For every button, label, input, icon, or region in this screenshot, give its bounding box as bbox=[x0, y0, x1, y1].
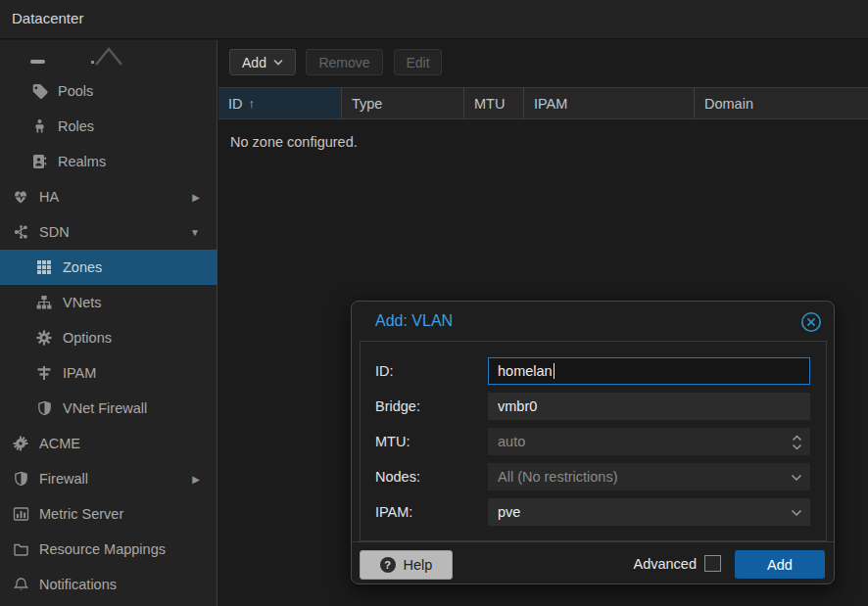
dialog-footer: ? Help Advanced Add bbox=[352, 541, 834, 584]
sidebar-item-label: VNet Firewall bbox=[63, 400, 147, 416]
dropdown-trigger[interactable] bbox=[791, 464, 802, 491]
nodes-select[interactable]: All (No restrictions) bbox=[488, 463, 810, 490]
sidebar-item-label: Metric Server bbox=[39, 506, 123, 522]
advanced-label: Advanced bbox=[634, 556, 698, 572]
chevron-down-icon: ▼ bbox=[190, 227, 200, 238]
add-submit-button[interactable]: Add bbox=[735, 550, 825, 579]
sidebar-item-sdn[interactable]: SDN ▼ bbox=[0, 214, 217, 250]
form-row-id: ID: homelan bbox=[352, 357, 836, 385]
sidebar-item-label: Notifications bbox=[39, 577, 117, 592]
question-icon: ? bbox=[380, 557, 396, 573]
id-input-value: homelan bbox=[498, 363, 553, 379]
column-header-id[interactable]: ID ↑ bbox=[218, 88, 342, 118]
chevron-right-icon: ▶ bbox=[192, 192, 200, 203]
column-header-domain[interactable]: Domain bbox=[695, 88, 868, 118]
bell-icon bbox=[11, 577, 30, 592]
bridge-label: Bridge: bbox=[375, 393, 483, 420]
sidebar-nav: Pools Roles Realms HA ▶ SDN bbox=[0, 40, 217, 606]
sidebar-item-label: Zones bbox=[63, 259, 102, 275]
spinner-buttons[interactable] bbox=[792, 429, 802, 456]
form-row-nodes: Nodes: All (No restrictions) bbox=[352, 463, 836, 490]
sidebar-item-partial[interactable] bbox=[0, 40, 217, 73]
sidebar-item-pools[interactable]: Pools bbox=[0, 73, 217, 109]
sidebar-item-realms[interactable]: Realms bbox=[0, 144, 217, 179]
id-input[interactable]: homelan bbox=[488, 357, 810, 385]
sidebar-item-ipam[interactable]: IPAM bbox=[0, 355, 217, 391]
column-label: MTU bbox=[474, 96, 505, 112]
sidebar-item-roles[interactable]: Roles bbox=[0, 109, 217, 144]
sidebar-item-firewall[interactable]: Firewall ▶ bbox=[0, 461, 217, 496]
shield-icon bbox=[34, 400, 54, 416]
tag-icon bbox=[29, 83, 49, 100]
nodes-label: Nodes: bbox=[375, 463, 483, 490]
chevron-right-icon: ▶ bbox=[192, 474, 200, 485]
sidebar-item-label: IPAM bbox=[63, 365, 96, 381]
shield-icon bbox=[11, 471, 30, 487]
sidebar-item-vnet-firewall[interactable]: VNet Firewall bbox=[0, 391, 217, 426]
edit-button-label: Edit bbox=[406, 55, 429, 70]
add-vlan-dialog: Add: VLAN ID: homelan Bridge: vmbr0 MTU:… bbox=[351, 301, 835, 584]
mtu-placeholder: auto bbox=[498, 434, 525, 449]
sidebar-item-label: Options bbox=[63, 330, 112, 346]
chevron-down-icon bbox=[792, 443, 802, 450]
add-button[interactable]: Add bbox=[229, 49, 296, 75]
add-button-label: Add bbox=[242, 55, 266, 70]
column-header-mtu[interactable]: MTU bbox=[464, 88, 524, 118]
chevron-up-icon bbox=[94, 45, 123, 67]
sidebar-item-resource-mappings[interactable]: Resource Mappings bbox=[0, 532, 217, 567]
column-label: Domain bbox=[704, 96, 753, 112]
sidebar-item-ha[interactable]: HA ▶ bbox=[0, 179, 217, 214]
dialog-title: Add: VLAN bbox=[375, 312, 453, 330]
sidebar-item-label: Firewall bbox=[39, 471, 88, 487]
table-header-row: ID ↑ Type MTU IPAM Domain bbox=[218, 87, 868, 119]
ipam-select[interactable]: pve bbox=[488, 498, 810, 526]
sidebar-item-label: ACME bbox=[39, 436, 80, 451]
sliders-icon bbox=[34, 365, 54, 381]
sidebar-item-vnets[interactable]: VNets bbox=[0, 285, 217, 320]
sitemap-icon bbox=[34, 295, 54, 310]
network-icon bbox=[11, 224, 30, 240]
sidebar-item-label: Resource Mappings bbox=[39, 541, 166, 557]
sidebar-item-label: Roles bbox=[58, 118, 94, 134]
nodes-placeholder: All (No restrictions) bbox=[498, 469, 617, 485]
sidebar-item-label: SDN bbox=[39, 224, 70, 240]
sidebar-item-options[interactable]: Options bbox=[0, 320, 217, 355]
sidebar-item-label: HA bbox=[39, 189, 59, 205]
form-row-ipam: IPAM: pve bbox=[352, 498, 836, 526]
text-cursor bbox=[554, 363, 555, 379]
id-label: ID: bbox=[375, 357, 483, 385]
chevron-down-icon bbox=[273, 59, 283, 66]
remove-button-label: Remove bbox=[318, 55, 369, 70]
sort-asc-icon: ↑ bbox=[249, 96, 256, 111]
sidebar-item-label: Pools bbox=[58, 83, 93, 99]
sidebar-item-notifications[interactable]: Notifications bbox=[0, 567, 217, 602]
empty-table-message: No zone configured. bbox=[230, 134, 358, 150]
sidebar-item-zones[interactable]: Zones bbox=[0, 250, 217, 285]
bridge-input[interactable]: vmbr0 bbox=[488, 393, 810, 420]
gear-icon bbox=[34, 330, 54, 346]
grid-icon bbox=[34, 259, 54, 275]
sidebar-item-label: VNets bbox=[63, 295, 102, 310]
mtu-label: MTU: bbox=[375, 428, 483, 455]
help-button[interactable]: ? Help bbox=[360, 550, 453, 580]
column-header-ipam[interactable]: IPAM bbox=[524, 88, 695, 118]
edit-button[interactable]: Edit bbox=[394, 49, 442, 75]
ipam-label: IPAM: bbox=[375, 498, 483, 526]
chevron-down-icon bbox=[791, 474, 802, 482]
dropdown-trigger[interactable] bbox=[791, 499, 802, 527]
chevron-down-icon bbox=[791, 509, 802, 517]
remove-button[interactable]: Remove bbox=[306, 49, 383, 75]
close-icon[interactable] bbox=[800, 311, 822, 333]
mtu-spinner[interactable]: auto bbox=[488, 428, 810, 455]
sidebar-item-metric-server[interactable]: Metric Server bbox=[0, 496, 217, 532]
sidebar-item-acme[interactable]: ACME bbox=[0, 426, 217, 461]
column-header-type[interactable]: Type bbox=[342, 88, 464, 118]
proxmox-window: Datacenter Pools Roles Realms bbox=[0, 0, 868, 606]
ipam-select-value: pve bbox=[498, 504, 520, 520]
add-submit-label: Add bbox=[767, 557, 793, 573]
column-label: IPAM bbox=[534, 96, 567, 112]
user-icon bbox=[29, 118, 49, 134]
advanced-checkbox[interactable] bbox=[704, 555, 721, 572]
column-label: ID bbox=[228, 96, 243, 112]
bridge-input-value: vmbr0 bbox=[498, 398, 537, 414]
